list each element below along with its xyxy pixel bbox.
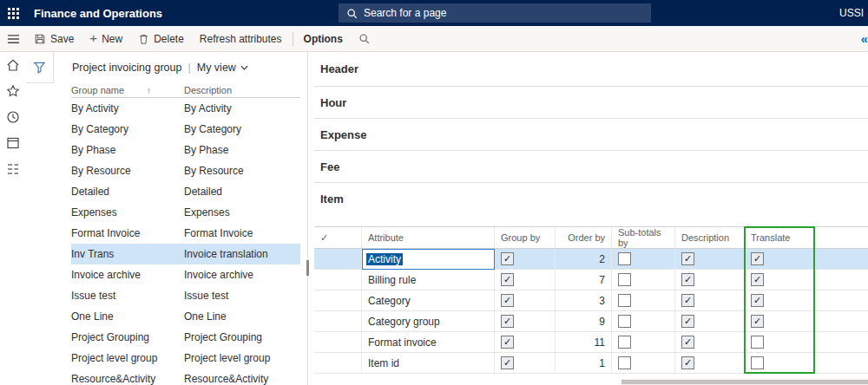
collapse-pane-icon[interactable]: «: [861, 31, 867, 46]
group-list-row[interactable]: Issue testIssue test: [71, 285, 300, 306]
row-selector-cell[interactable]: [314, 332, 362, 353]
column-header-description[interactable]: Description: [675, 227, 745, 248]
refresh-attributes-button[interactable]: Refresh attributes: [192, 26, 290, 52]
group-list-row[interactable]: Project level groupProject level group: [71, 348, 300, 369]
row-selector-cell[interactable]: [314, 270, 362, 290]
description-checkbox[interactable]: ✓: [681, 273, 694, 286]
action-search-button[interactable]: [351, 26, 378, 52]
row-selector-cell[interactable]: [314, 249, 362, 270]
app-title[interactable]: Finance and Operations: [34, 7, 162, 20]
order-by-cell[interactable]: 9: [556, 311, 612, 332]
sub-totals-by-checkbox[interactable]: [618, 356, 631, 369]
save-button[interactable]: Save: [26, 26, 82, 52]
item-grid-row[interactable]: Category✓3✓✓: [314, 290, 868, 311]
item-grid-row[interactable]: Activity✓2✓✓: [314, 249, 868, 270]
order-by-cell[interactable]: 1: [556, 353, 612, 374]
column-header-group-by[interactable]: Group by: [495, 227, 556, 248]
translate-checkbox[interactable]: ✓: [751, 252, 764, 265]
section-header[interactable]: Header: [314, 52, 868, 87]
group-list-row[interactable]: Resource&ActivityResource&Activity: [71, 369, 300, 385]
item-grid-row[interactable]: Item id✓1✓: [314, 353, 868, 374]
translate-checkbox[interactable]: ✓: [751, 315, 764, 328]
hamburger-menu-icon[interactable]: [0, 26, 26, 52]
app-launcher-icon[interactable]: [0, 0, 26, 26]
column-header-order-by[interactable]: Order by: [556, 227, 612, 248]
group-list-row[interactable]: By ActivityBy Activity: [71, 98, 300, 119]
column-header-group-name[interactable]: Group name ↑: [71, 85, 184, 95]
column-header-sub-totals-by[interactable]: Sub-totals by: [612, 227, 675, 248]
group-by-checkbox[interactable]: ✓: [501, 315, 514, 328]
section-fee[interactable]: Fee: [314, 151, 868, 183]
order-by-cell[interactable]: 2: [556, 249, 612, 270]
horizontal-scrollbar[interactable]: [621, 379, 868, 385]
group-list-row[interactable]: One LineOne Line: [71, 306, 300, 327]
item-grid-row[interactable]: Format invoice✓11✓: [314, 332, 868, 353]
translate-checkbox[interactable]: [751, 336, 764, 349]
filter-button[interactable]: [26, 52, 54, 83]
attribute-cell[interactable]: Billing rule: [362, 270, 495, 290]
options-tab[interactable]: Options: [296, 26, 351, 52]
home-icon[interactable]: [0, 52, 26, 78]
group-by-checkbox[interactable]: ✓: [501, 356, 514, 369]
group-by-checkbox[interactable]: ✓: [501, 336, 514, 349]
row-selector-cell[interactable]: [314, 311, 362, 332]
horizontal-scrollbar-thumb[interactable]: [621, 380, 868, 384]
item-grid-row[interactable]: Billing rule✓7✓✓: [314, 270, 868, 290]
column-header-translate[interactable]: Translate: [745, 227, 814, 248]
view-selector[interactable]: My view: [197, 62, 248, 74]
sub-totals-by-checkbox[interactable]: [618, 315, 631, 328]
attribute-cell[interactable]: Category: [362, 290, 495, 311]
column-header-attribute[interactable]: Attribute: [362, 227, 495, 248]
modules-tree-icon[interactable]: [0, 156, 26, 182]
attribute-cell[interactable]: Item id: [362, 353, 495, 374]
description-checkbox[interactable]: ✓: [681, 356, 694, 369]
sub-totals-by-checkbox[interactable]: [618, 294, 631, 307]
sub-totals-by-checkbox[interactable]: [618, 273, 631, 286]
panel-splitter[interactable]: [305, 52, 311, 385]
section-expense[interactable]: Expense: [314, 119, 868, 151]
new-button[interactable]: + New: [82, 26, 130, 52]
group-name-cell: Issue test: [71, 290, 184, 302]
description-checkbox[interactable]: ✓: [681, 336, 694, 349]
workspaces-icon[interactable]: [0, 130, 26, 156]
column-header-description[interactable]: Description: [184, 85, 300, 95]
group-list-row[interactable]: By ResourceBy Resource: [71, 160, 300, 181]
row-selector-cell[interactable]: [314, 353, 362, 374]
order-by-cell[interactable]: 11: [556, 332, 612, 353]
page-search-input[interactable]: Search for a page: [339, 3, 651, 23]
order-by-cell[interactable]: 7: [556, 270, 612, 290]
group-by-checkbox[interactable]: ✓: [501, 294, 514, 307]
sub-totals-by-checkbox[interactable]: [618, 336, 631, 349]
order-by-cell[interactable]: 3: [556, 290, 612, 311]
translate-checkbox[interactable]: [751, 356, 764, 369]
group-list-row[interactable]: Invoice archiveInvoice archive: [71, 264, 300, 285]
description-checkbox[interactable]: ✓: [681, 252, 694, 265]
translate-checkbox[interactable]: ✓: [751, 273, 764, 286]
group-list-row[interactable]: By PhaseBy Phase: [71, 140, 300, 160]
group-list-row[interactable]: DetailedDetailed: [71, 181, 300, 202]
group-list-row[interactable]: Format InvoiceFormat Invoice: [71, 223, 300, 244]
translate-checkbox[interactable]: ✓: [751, 294, 764, 307]
select-all-header[interactable]: ✓: [314, 227, 362, 248]
sub-totals-by-checkbox[interactable]: [618, 252, 631, 265]
company-label[interactable]: USSI: [839, 0, 864, 26]
description-checkbox[interactable]: ✓: [681, 294, 694, 307]
group-list-row[interactable]: ExpensesExpenses: [71, 202, 300, 223]
recent-clock-icon[interactable]: [0, 104, 26, 130]
group-list-row[interactable]: Inv TransInvoice translation: [71, 244, 300, 264]
group-list-row[interactable]: By CategoryBy Category: [71, 119, 300, 140]
item-grid-row[interactable]: Category group✓9✓✓: [314, 311, 868, 332]
group-list-row[interactable]: Project GroupingProject Grouping: [71, 327, 300, 348]
section-hour[interactable]: Hour: [314, 87, 868, 119]
attribute-cell[interactable]: Format invoice: [362, 332, 495, 353]
group-by-checkbox[interactable]: ✓: [501, 252, 514, 265]
row-selector-cell[interactable]: [314, 290, 362, 311]
description-checkbox[interactable]: ✓: [681, 315, 694, 328]
splitter-grip[interactable]: [306, 260, 309, 276]
favorites-star-icon[interactable]: [0, 78, 26, 104]
section-item[interactable]: Item: [314, 183, 868, 215]
group-by-checkbox[interactable]: ✓: [501, 273, 514, 286]
delete-button[interactable]: Delete: [130, 26, 192, 52]
attribute-cell[interactable]: Category group: [362, 311, 495, 332]
attribute-cell[interactable]: Activity: [362, 249, 495, 270]
